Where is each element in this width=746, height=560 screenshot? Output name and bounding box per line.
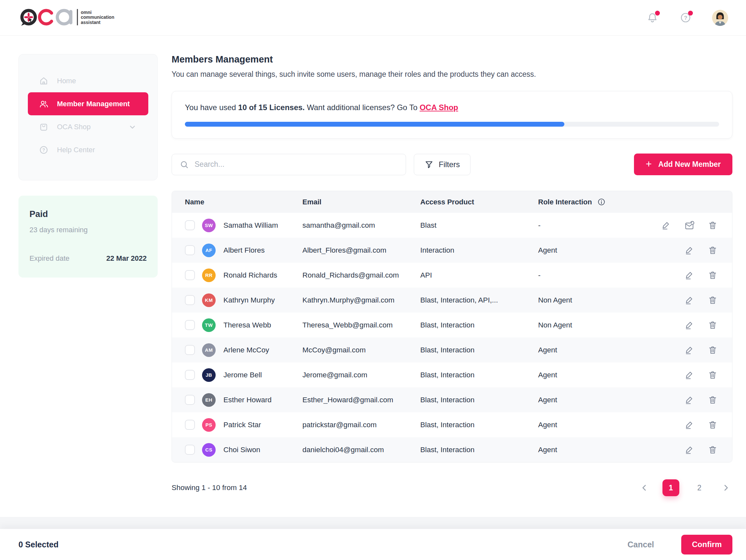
delete-button[interactable] [708,370,718,380]
search-box[interactable] [172,154,406,175]
member-role: Agent [538,446,659,454]
delete-button[interactable] [708,295,718,305]
edit-button[interactable] [684,320,694,330]
member-name: Arlene McCoy [223,346,269,354]
delete-button[interactable] [708,220,718,231]
member-email: Ronald_Richards@gmail.com [303,271,420,280]
sidebar-item-member-management[interactable]: Member Management [28,92,148,115]
sidebar-item-label: Member Management [57,100,130,108]
trash-icon [708,445,718,455]
member-avatar: TW [202,318,216,332]
cancel-button[interactable]: Cancel [626,540,656,550]
member-access: Interaction [420,246,538,255]
oca-shop-link[interactable]: OCA Shop [420,103,458,112]
shop-bag-icon [39,122,49,132]
delete-button[interactable] [708,345,718,355]
edit-button[interactable] [661,220,671,231]
edit-button[interactable] [684,420,694,430]
trash-icon [708,420,718,430]
oca-logo: omni communication assistant [18,7,119,28]
name-cell: JB Jerome Bell [172,368,303,382]
page-button-1[interactable]: 1 [662,479,679,496]
confirm-button[interactable]: Confirm [681,535,733,555]
page-button-2[interactable]: 2 [691,479,708,496]
member-name: Jerome Bell [223,371,262,379]
member-access: Blast [420,221,538,230]
row-actions [659,220,732,231]
subscription-remaining: 23 days remaining [29,226,147,234]
member-access: Blast, Interaction [420,446,538,454]
filters-button[interactable]: Filters [414,154,470,175]
edit-button[interactable] [684,245,694,256]
next-page-button[interactable] [719,481,733,494]
row-checkbox[interactable] [185,245,195,255]
notifications-button[interactable] [646,11,659,24]
chevron-down-icon [127,122,137,132]
trash-icon [708,395,718,405]
delete-button[interactable] [708,420,718,430]
license-text: You have used 10 of 15 Licenses. Want ad… [185,103,719,112]
member-avatar: AM [202,343,216,357]
row-checkbox[interactable] [185,395,195,405]
top-bar-actions: ? [646,10,728,26]
edit-button[interactable] [684,345,694,355]
row-checkbox[interactable] [185,445,195,455]
top-bar: omni communication assistant ? [0,0,746,36]
member-access: Blast, Interaction [420,346,538,354]
name-cell: SW Samatha William [172,219,303,232]
edit-pencil-icon [685,395,694,405]
delete-button[interactable] [708,445,718,455]
subscription-status: Paid [29,209,147,219]
add-new-member-label: Add New Member [658,160,721,169]
profile-avatar[interactable] [712,10,728,26]
row-checkbox[interactable] [185,320,195,330]
member-avatar: KM [202,293,216,307]
edit-pencil-icon [685,296,694,305]
name-cell: EH Esther Howard [172,393,303,407]
sidebar: Home Member Management OCA Shop [19,54,158,509]
edit-button[interactable] [684,370,694,380]
row-checkbox[interactable] [185,295,195,305]
delete-button[interactable] [708,245,718,256]
row-checkbox[interactable] [185,270,195,280]
resend-invite-button[interactable] [684,220,694,231]
edit-button[interactable] [684,395,694,405]
help-button[interactable]: ? [679,11,692,24]
row-checkbox[interactable] [185,220,195,230]
table-row: RR Ronald Richards Ronald_Richards@gmail… [172,263,732,288]
previous-page-button[interactable] [638,481,651,494]
table-row: PS Patrick Star patrickstar@gmail.com Bl… [172,412,732,437]
sidebar-item-help-center[interactable]: ? Help Center [28,138,148,161]
name-cell: AF Albert Flores [172,244,303,257]
name-cell: RR Ronald Richards [172,269,303,282]
svg-text:omni: omni [81,10,91,15]
member-email: Kathryn.Murphy@gmail.com [303,296,420,304]
delete-button[interactable] [708,320,718,330]
search-input[interactable] [194,160,398,169]
delete-button[interactable] [708,270,718,280]
edit-button[interactable] [684,270,694,280]
add-new-member-button[interactable]: + Add New Member [634,153,733,175]
table-row: JB Jerome Bell Jerome@gmail.com Blast, I… [172,362,732,387]
member-role: Non Agent [538,296,659,304]
sidebar-item-oca-shop[interactable]: OCA Shop [28,115,148,138]
sidebar-item-label: Home [57,77,76,85]
delete-button[interactable] [708,395,718,405]
row-actions [659,345,732,355]
page-body: Home Member Management OCA Shop [0,36,746,509]
edit-pencil-icon [685,345,694,355]
row-checkbox[interactable] [185,420,195,430]
member-avatar: EH [202,393,216,407]
member-access: Blast, Interaction [420,321,538,329]
member-role: Agent [538,421,659,429]
sidebar-item-home[interactable]: Home [28,69,148,92]
edit-button[interactable] [684,445,694,455]
role-interaction-label: Role Interaction [538,198,592,206]
info-icon[interactable] [597,198,606,206]
row-checkbox[interactable] [185,345,195,355]
row-checkbox[interactable] [185,370,195,380]
edit-button[interactable] [684,295,694,305]
trash-icon [708,370,718,380]
table-row: AM Arlene McCoy McCoy@gmail.com Blast, I… [172,337,732,362]
column-header-access-product: Access Product [420,198,538,206]
